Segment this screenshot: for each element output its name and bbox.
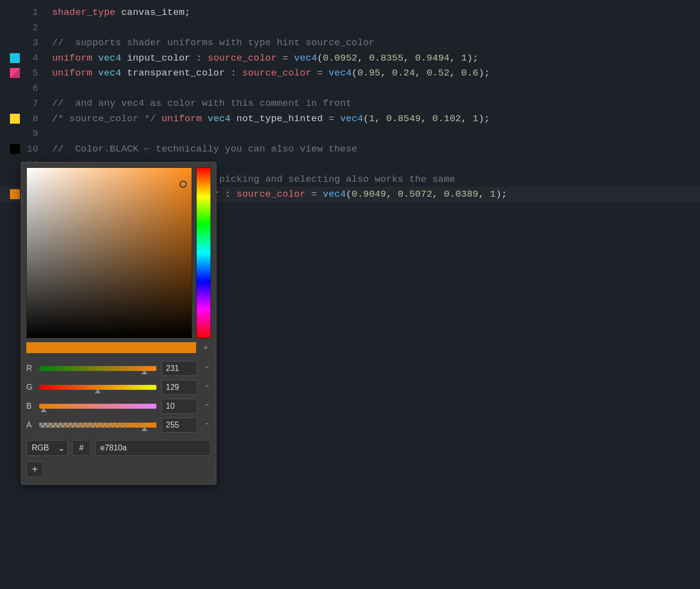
comment: /* source_color */ [52, 113, 156, 124]
number: 0.52 [426, 68, 449, 78]
line-number: 8 [20, 113, 52, 124]
channel-row-b: B 10 ⌃ [26, 397, 211, 416]
a-slider[interactable] [39, 423, 156, 428]
code-line: 5 uniform vec4 transparent_color : sourc… [0, 66, 700, 81]
channel-row-r: R 231 ⌃ [26, 359, 211, 378]
hint: source_color [242, 68, 311, 78]
r-value-input[interactable]: 231 [161, 361, 197, 376]
stepper-icon[interactable]: ⌃ [202, 361, 211, 376]
sv-cursor-icon[interactable] [180, 181, 187, 188]
comment: // supports shader uniforms with type hi… [52, 37, 375, 48]
punct: : [196, 53, 208, 64]
punct: : [231, 68, 242, 78]
line-number: 2 [20, 22, 52, 33]
code-line: 2 [0, 20, 700, 36]
stepper-icon[interactable]: ⌃ [202, 418, 211, 433]
number: 1 [473, 113, 479, 124]
line-number: 1 [20, 7, 52, 18]
number: 1 [369, 113, 375, 124]
color-swatch-icon[interactable] [10, 189, 20, 199]
stepper-icon[interactable]: ⌃ [202, 399, 211, 414]
number: 1 [461, 53, 467, 64]
comment: // and any vec4 as color with this comme… [52, 98, 351, 109]
punct: , [357, 53, 369, 64]
punct: ( [351, 68, 357, 78]
hue-slider[interactable] [196, 167, 211, 338]
color-swatch-icon[interactable] [10, 114, 20, 124]
punct: ( [317, 53, 323, 64]
function: vec4 [340, 113, 363, 124]
channel-label: B [26, 402, 34, 411]
op: = [311, 68, 329, 78]
op: = [329, 113, 340, 124]
chevron-down-icon: ⌄ [58, 443, 65, 453]
number: 0.0952 [323, 53, 357, 64]
b-slider[interactable] [39, 404, 156, 409]
color-swatch-icon[interactable] [10, 68, 20, 78]
number: 0.5072 [398, 189, 432, 200]
hex-input[interactable]: e7810a [95, 440, 211, 456]
code-line: 7 // and any vec4 as color with this com… [0, 96, 700, 111]
punct: , [386, 189, 398, 200]
punct: ); [467, 53, 479, 64]
punct: ); [479, 113, 490, 124]
number: 0.24 [392, 68, 415, 78]
line-number: 7 [20, 98, 52, 109]
channel-label: A [26, 421, 34, 430]
color-picker-popup: ⌖ R 231 ⌃ G 129 ⌃ B 10 ⌃ A [21, 162, 216, 485]
punct: , [450, 53, 461, 64]
punct: , [421, 113, 432, 124]
identifier: not_type_hinted [231, 113, 329, 124]
code-line: 4 uniform vec4 input_color : source_colo… [0, 51, 700, 66]
line-number: 10 [20, 144, 52, 154]
keyword: uniform [52, 53, 92, 64]
keyword: uniform [52, 68, 92, 78]
punct: , [479, 189, 490, 200]
plus-icon: + [32, 464, 38, 475]
color-swatch-icon[interactable] [10, 144, 20, 154]
line-number: 4 [20, 53, 52, 64]
color-preview [26, 342, 196, 353]
slider-thumb-icon[interactable] [141, 427, 147, 431]
channel-row-a: A 255 ⌃ [26, 416, 211, 435]
code-line: 1 shader_type canvas_item; [0, 5, 700, 20]
function: vec4 [294, 53, 317, 64]
stepper-icon[interactable]: ⌃ [202, 380, 211, 395]
comment: // Color.BLACK ← technically you can als… [52, 144, 357, 154]
hash-label: # [72, 440, 91, 456]
code-line: 8 /* source_color */ uniform vec4 not_ty… [0, 111, 700, 127]
type: vec4 [202, 113, 231, 124]
g-value-input[interactable]: 129 [161, 380, 197, 395]
channel-row-g: G 129 ⌃ [26, 378, 211, 397]
add-preset-button[interactable]: + [26, 461, 43, 477]
punct: , [375, 113, 386, 124]
channel-label: G [26, 383, 34, 392]
a-value-input[interactable]: 255 [161, 418, 197, 433]
saturation-value-panel[interactable] [26, 167, 192, 338]
number: 0.0389 [444, 189, 479, 200]
number: 0.8549 [386, 113, 421, 124]
number: 0.102 [432, 113, 461, 124]
eyedropper-button[interactable]: ⌖ [200, 342, 211, 353]
function: vec4 [323, 189, 346, 200]
code-line: 3 // supports shader uniforms with type … [0, 35, 700, 51]
b-value-input[interactable]: 10 [161, 399, 197, 414]
punct: ( [346, 189, 352, 200]
color-swatch-icon[interactable] [10, 53, 20, 63]
code-text: canvas_item; [116, 7, 191, 18]
r-slider[interactable] [39, 366, 156, 371]
code-line: 6 [0, 81, 700, 96]
punct: , [461, 113, 473, 124]
slider-thumb-icon[interactable] [41, 408, 47, 412]
slider-thumb-icon[interactable] [141, 370, 147, 374]
slider-thumb-icon[interactable] [95, 389, 101, 393]
g-slider[interactable] [39, 385, 156, 390]
code-line: 9 [0, 126, 700, 142]
color-mode-select[interactable]: RGB ⌄ [26, 440, 68, 456]
number: 0.95 [357, 68, 380, 78]
number: 0.8355 [369, 53, 404, 64]
channel-label: R [26, 364, 34, 373]
code-line: 10 // Color.BLACK ← technically you can … [0, 142, 700, 157]
type: vec4 [92, 53, 121, 64]
identifier: input_color [121, 53, 196, 64]
